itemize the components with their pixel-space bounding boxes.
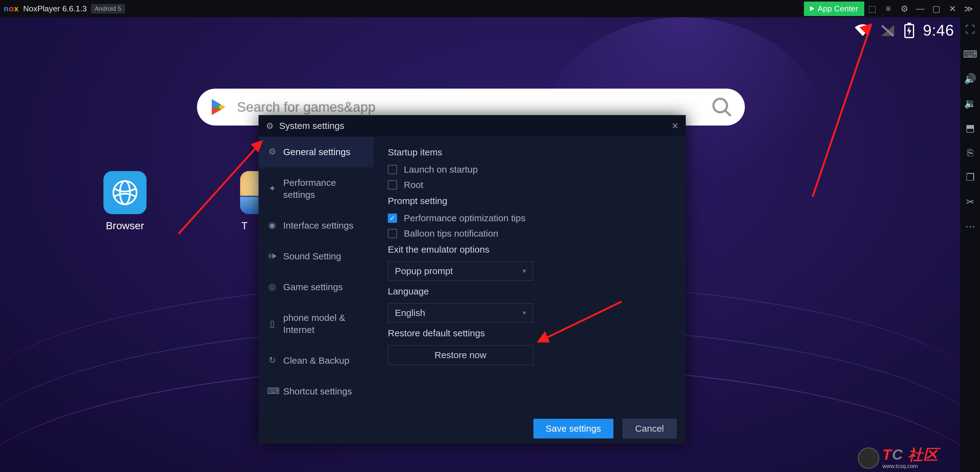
close-window-button[interactable]: ✕ bbox=[944, 0, 960, 17]
svg-line-4 bbox=[725, 110, 731, 116]
apk-install-icon[interactable]: ⬒ bbox=[964, 122, 976, 134]
android-status-bar: 9:46 bbox=[854, 22, 954, 40]
battery-charging-icon bbox=[904, 23, 915, 38]
restore-now-button[interactable]: Restore now bbox=[388, 345, 533, 365]
file-share-icon[interactable]: ⎘ bbox=[964, 146, 976, 159]
window-titlebar: nox NoxPlayer 6.6.1.3 Android 5 App Cent… bbox=[0, 0, 980, 17]
app-title: NoxPlayer 6.6.1.3 bbox=[23, 4, 87, 14]
nav-shortcut-settings[interactable]: ⌨Shortcut settings bbox=[259, 376, 373, 407]
svg-point-6 bbox=[120, 181, 130, 204]
keyboard-icon: ⌨ bbox=[267, 386, 277, 397]
browser-label: Browser bbox=[100, 220, 150, 232]
dialog-close-button[interactable]: × bbox=[672, 119, 678, 132]
browser-tile bbox=[103, 171, 146, 214]
nav-sound-setting[interactable]: 🕪Sound Setting bbox=[259, 241, 373, 272]
nav-phone-model[interactable]: ▯phone model & Internet bbox=[259, 302, 373, 345]
startup-items-heading: Startup items bbox=[388, 147, 671, 157]
svg-point-3 bbox=[713, 99, 727, 112]
settings-gear-icon[interactable]: ⚙ bbox=[896, 0, 912, 17]
keyboard-map-icon[interactable]: ⌨ bbox=[964, 48, 976, 60]
sparkle-icon: ✦ bbox=[267, 183, 277, 194]
fullscreen-icon[interactable]: ⛶ bbox=[964, 23, 976, 36]
nav-general-settings[interactable]: ⚙General settings bbox=[259, 137, 373, 167]
watermark-icon bbox=[858, 447, 879, 469]
target-icon: ◎ bbox=[267, 281, 277, 292]
chevron-down-icon: ▾ bbox=[523, 267, 526, 275]
dialog-footer: Save settings Cancel bbox=[259, 413, 686, 444]
volume-down-icon[interactable]: 🔉 bbox=[964, 97, 976, 110]
balloon-tips-checkbox[interactable]: Balloon tips notification bbox=[388, 228, 671, 239]
google-play-icon bbox=[209, 98, 228, 116]
multi-instance-icon[interactable]: ❐ bbox=[964, 171, 976, 183]
sound-icon: 🕪 bbox=[267, 251, 277, 262]
screenshot-icon[interactable]: ✂ bbox=[964, 196, 976, 208]
maximize-button[interactable]: ▢ bbox=[928, 0, 944, 17]
performance-tips-checkbox[interactable]: ✓Performance optimization tips bbox=[388, 213, 671, 223]
eye-icon: ◉ bbox=[267, 220, 277, 231]
dialog-title: System settings bbox=[279, 121, 344, 131]
nox-logo: nox bbox=[4, 4, 19, 14]
nav-performance-settings[interactable]: ✦Performance settings bbox=[259, 167, 373, 210]
refresh-icon: ↻ bbox=[267, 355, 277, 366]
search-input[interactable] bbox=[237, 99, 711, 115]
emulator-screen: 9:46 Browser T ⚙ System bbox=[0, 17, 960, 472]
right-toolbar: ⛶ ⌨ 🔊 🔉 ⬒ ⎘ ❐ ✂ ⋯ bbox=[960, 17, 980, 472]
puzzle-icon: ⚙ bbox=[267, 146, 277, 157]
dialog-header: ⚙ System settings × bbox=[259, 115, 686, 137]
phone-icon: ▯ bbox=[267, 318, 277, 329]
settings-content: Startup items Launch on startup Root Pro… bbox=[374, 137, 686, 413]
chevron-down-icon: ▾ bbox=[523, 309, 526, 317]
browser-app-icon[interactable]: Browser bbox=[100, 171, 150, 232]
nav-interface-settings[interactable]: ◉Interface settings bbox=[259, 210, 373, 241]
app-center-button[interactable]: App Center bbox=[804, 2, 864, 16]
svg-point-5 bbox=[113, 181, 137, 204]
no-signal-icon bbox=[880, 24, 896, 37]
settings-nav: ⚙General settings ✦Performance settings … bbox=[259, 137, 374, 413]
hamburger-menu-icon[interactable]: ≡ bbox=[880, 0, 896, 17]
watermark: TC 社区 www.tcsq.com bbox=[858, 447, 939, 469]
volume-up-icon[interactable]: 🔊 bbox=[964, 73, 976, 85]
play-icon bbox=[810, 6, 815, 11]
language-select[interactable]: English▾ bbox=[388, 304, 533, 323]
minimize-button[interactable]: — bbox=[912, 0, 928, 17]
svg-rect-2 bbox=[907, 23, 911, 25]
app-center-label: App Center bbox=[818, 4, 858, 14]
wifi-icon bbox=[854, 24, 871, 37]
gear-icon: ⚙ bbox=[266, 121, 274, 131]
restore-heading: Restore default settings bbox=[388, 328, 671, 339]
nav-clean-backup[interactable]: ↻Clean & Backup bbox=[259, 345, 373, 376]
exit-options-heading: Exit the emulator options bbox=[388, 244, 671, 255]
cancel-button[interactable]: Cancel bbox=[623, 419, 676, 439]
collapse-sidebar-button[interactable]: ≫ bbox=[960, 0, 976, 17]
save-settings-button[interactable]: Save settings bbox=[533, 419, 613, 439]
status-clock: 9:46 bbox=[923, 22, 954, 40]
root-checkbox[interactable]: Root bbox=[388, 180, 671, 190]
extension-icon[interactable]: ⬚ bbox=[864, 0, 880, 17]
android-version-badge: Android 5 bbox=[91, 4, 125, 14]
nav-game-settings[interactable]: ◎Game settings bbox=[259, 272, 373, 302]
prompt-setting-heading: Prompt setting bbox=[388, 196, 671, 206]
language-heading: Language bbox=[388, 286, 671, 297]
system-settings-dialog: ⚙ System settings × ⚙General settings ✦P… bbox=[259, 115, 686, 444]
exit-option-select[interactable]: Popup prompt▾ bbox=[388, 262, 533, 281]
launch-on-startup-checkbox[interactable]: Launch on startup bbox=[388, 164, 671, 175]
more-tools-icon[interactable]: ⋯ bbox=[964, 220, 976, 233]
search-icon[interactable] bbox=[711, 96, 733, 118]
